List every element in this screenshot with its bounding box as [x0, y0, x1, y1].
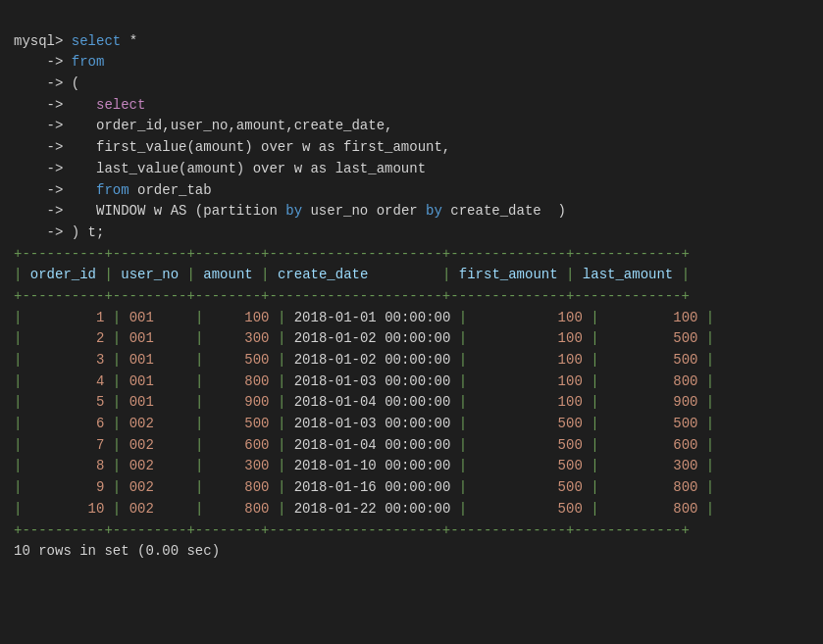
data-row-1: | 1 | 001 | 100 | 2018-01-01 00:00:00 | …: [14, 310, 714, 325]
prompt-line-6: -> first_value(amount) over w as first_a…: [14, 139, 450, 155]
prompt-line-9: -> WINDOW w AS (partition by user_no ord…: [14, 203, 566, 219]
terminal-output: mysql> select * -> from -> ( -> select -…: [14, 10, 809, 563]
data-row-8: | 8 | 002 | 300 | 2018-01-10 00:00:00 | …: [14, 458, 714, 473]
data-row-2: | 2 | 001 | 300 | 2018-01-02 00:00:00 | …: [14, 330, 714, 346]
prompt-line-8: -> from order_tab: [14, 182, 212, 198]
prompt-line-1: mysql> select *: [14, 33, 137, 49]
data-row-7: | 7 | 002 | 600 | 2018-01-04 00:00:00 | …: [14, 437, 714, 453]
separator-bottom: +----------+---------+--------+---------…: [14, 522, 690, 538]
data-row-10: | 10 | 002 | 800 | 2018-01-22 00:00:00 |…: [14, 501, 714, 517]
data-row-4: | 4 | 001 | 800 | 2018-01-03 00:00:00 | …: [14, 373, 714, 389]
data-row-6: | 6 | 002 | 500 | 2018-01-03 00:00:00 | …: [14, 416, 714, 431]
separator-header: +----------+---------+--------+---------…: [14, 288, 690, 304]
prompt-line-4: -> select: [14, 97, 145, 113]
header-row: | order_id | user_no | amount | create_d…: [14, 267, 690, 282]
separator-top: +----------+---------+--------+---------…: [14, 246, 690, 262]
prompt-line-2: -> from: [14, 54, 104, 70]
prompt-line-7: -> last_value(amount) over w as last_amo…: [14, 161, 426, 176]
footer-line: 10 rows in set (0.00 sec): [14, 543, 220, 559]
data-row-5: | 5 | 001 | 900 | 2018-01-04 00:00:00 | …: [14, 394, 714, 410]
prompt-line-3: -> (: [14, 75, 79, 91]
prompt-line-5: -> order_id,user_no,amount,create_date,: [14, 118, 392, 133]
data-row-9: | 9 | 002 | 800 | 2018-01-16 00:00:00 | …: [14, 479, 714, 495]
data-row-3: | 3 | 001 | 500 | 2018-01-02 00:00:00 | …: [14, 352, 714, 368]
prompt-line-10: -> ) t;: [14, 224, 104, 240]
